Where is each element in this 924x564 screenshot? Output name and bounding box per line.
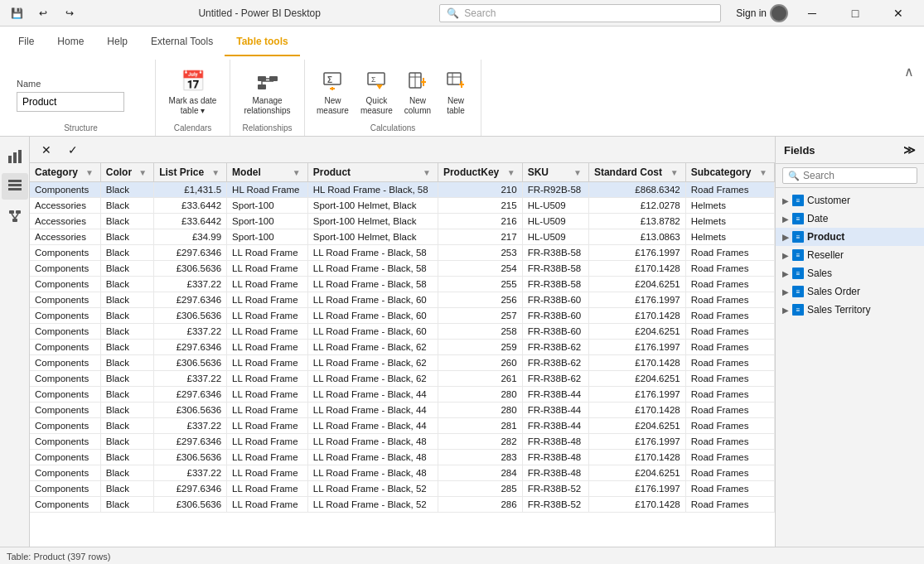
table-row[interactable]: AccessoriesBlack£33.6442Sport-100Sport-1… xyxy=(30,214,775,229)
field-item-sales_order[interactable]: ▶ ≡ Sales Order xyxy=(776,282,924,301)
field-item-customer[interactable]: ▶ ≡ Customer xyxy=(776,191,924,210)
cell-color: Black xyxy=(100,481,153,497)
tab-table-tools[interactable]: Table tools xyxy=(225,28,299,56)
confirm-button[interactable]: ✓ xyxy=(63,140,83,160)
tab-home[interactable]: Home xyxy=(46,28,95,56)
col-sku[interactable]: SKU▼ xyxy=(522,163,588,182)
svg-rect-29 xyxy=(8,188,22,190)
new-table-button[interactable]: Newtable xyxy=(438,65,474,119)
cancel-button[interactable]: ✕ xyxy=(36,140,56,160)
close-button[interactable]: ✕ xyxy=(879,0,917,27)
cell-model: LL Road Frame xyxy=(227,261,308,277)
table-row[interactable]: ComponentsBlack£1,431.5HL Road FrameHL R… xyxy=(30,182,775,198)
table-row[interactable]: ComponentsBlack£306.5636LL Road FrameLL … xyxy=(30,403,775,418)
cell-list_price: £337.22 xyxy=(154,465,227,481)
table-row[interactable]: ComponentsBlack£337.22LL Road FrameLL Ro… xyxy=(30,324,775,340)
redo-icon[interactable]: ↪ xyxy=(60,3,80,23)
cell-standard_cost: £176.1997 xyxy=(588,292,685,308)
data-view-icon[interactable] xyxy=(2,173,28,200)
cell-model: LL Road Frame xyxy=(227,403,308,418)
undo-icon[interactable]: ↩ xyxy=(33,3,53,23)
maximize-button[interactable]: □ xyxy=(836,0,874,27)
field-item-product[interactable]: ▶ ≡ Product xyxy=(776,228,924,246)
relationships-content: Managerelationships xyxy=(239,60,295,123)
svg-rect-11 xyxy=(368,73,385,84)
table-row[interactable]: ComponentsBlack£297.6346LL Road FrameLL … xyxy=(30,481,775,497)
table-row[interactable]: ComponentsBlack£337.22LL Road FrameLL Ro… xyxy=(30,371,775,387)
search-placeholder: Search xyxy=(464,7,496,19)
user-avatar[interactable] xyxy=(770,4,788,22)
field-chevron-sales_order: ▶ xyxy=(782,287,789,296)
cell-color: Black xyxy=(100,340,153,355)
field-item-sales[interactable]: ▶ ≡ Sales xyxy=(776,264,924,282)
col-color[interactable]: Color▼ xyxy=(100,163,153,182)
table-row[interactable]: ComponentsBlack£297.6346LL Road FrameLL … xyxy=(30,292,775,308)
cell-subcategory: Helmets xyxy=(685,198,774,214)
calculations-content: Σ Newmeasure Σ Q xyxy=(312,60,474,123)
cell-sku: FR-R38B-52 xyxy=(522,497,588,513)
main-area: ✕ ✓ Category▼ Color▼ List Price▼ Model▼ … xyxy=(0,137,924,547)
cell-color: Black xyxy=(100,245,153,261)
table-row[interactable]: ComponentsBlack£297.6346LL Road FrameLL … xyxy=(30,434,775,450)
tab-help[interactable]: Help xyxy=(95,28,139,56)
cell-color: Black xyxy=(100,418,153,434)
global-search[interactable]: 🔍 Search xyxy=(439,4,721,22)
col-category[interactable]: Category▼ xyxy=(30,163,100,182)
cell-model: LL Road Frame xyxy=(227,434,308,450)
cell-product: LL Road Frame - Black, 62 xyxy=(307,340,438,355)
title-bar-left: 💾 ↩ ↪ xyxy=(7,3,80,23)
minimize-button[interactable]: ─ xyxy=(793,0,831,27)
field-item-date[interactable]: ▶ ≡ Date xyxy=(776,210,924,228)
field-item-reseller[interactable]: ▶ ≡ Reseller xyxy=(776,246,924,264)
mark-as-date-button[interactable]: 📅 Mark as datetable ▾ xyxy=(164,65,222,119)
app-title: Untitled - Power BI Desktop xyxy=(198,7,320,19)
field-chevron-sales: ▶ xyxy=(782,269,789,278)
title-bar: 💾 ↩ ↪ Untitled - Power BI Desktop 🔍 Sear… xyxy=(0,0,924,27)
col-productkey[interactable]: ProductKey▼ xyxy=(438,163,522,182)
col-list-price[interactable]: List Price▼ xyxy=(154,163,227,182)
table-row[interactable]: ComponentsBlack£337.22LL Road FrameLL Ro… xyxy=(30,277,775,292)
cell-product_key: 258 xyxy=(438,324,522,340)
save-icon[interactable]: 💾 xyxy=(7,3,27,23)
cell-category: Components xyxy=(30,355,100,371)
tab-external-tools[interactable]: External Tools xyxy=(139,28,225,56)
manage-relationships-button[interactable]: Managerelationships xyxy=(239,65,295,119)
fields-search-input[interactable] xyxy=(803,170,912,181)
col-standard-cost[interactable]: Standard Cost▼ xyxy=(588,163,685,182)
table-container[interactable]: Category▼ Color▼ List Price▼ Model▼ Prod… xyxy=(30,163,775,547)
svg-rect-28 xyxy=(8,184,22,186)
col-product[interactable]: Product▼ xyxy=(307,163,438,182)
search-icon: 🔍 xyxy=(447,7,459,19)
table-row[interactable]: ComponentsBlack£306.5636LL Road FrameLL … xyxy=(30,450,775,465)
new-column-button[interactable]: Newcolumn xyxy=(399,65,436,119)
table-row[interactable]: ComponentsBlack£297.6346LL Road FrameLL … xyxy=(30,245,775,261)
table-row[interactable]: ComponentsBlack£297.6346LL Road FrameLL … xyxy=(30,387,775,403)
table-row[interactable]: AccessoriesBlack£34.99Sport-100Sport-100… xyxy=(30,229,775,245)
table-row[interactable]: ComponentsBlack£306.5636LL Road FrameLL … xyxy=(30,261,775,277)
table-row[interactable]: ComponentsBlack£337.22LL Road FrameLL Ro… xyxy=(30,418,775,434)
col-subcategory[interactable]: Subcategory▼ xyxy=(685,163,774,182)
field-chevron-customer: ▶ xyxy=(782,196,789,205)
table-row[interactable]: AccessoriesBlack£33.6442Sport-100Sport-1… xyxy=(30,198,775,214)
table-row[interactable]: ComponentsBlack£306.5636LL Road FrameLL … xyxy=(30,497,775,513)
name-input[interactable] xyxy=(17,92,124,112)
quick-measure-icon: Σ xyxy=(365,68,388,94)
quick-measure-button[interactable]: Σ Quickmeasure xyxy=(356,65,398,119)
ribbon-collapse-button[interactable]: ∧ xyxy=(901,63,917,80)
cell-standard_cost: £176.1997 xyxy=(588,245,685,261)
report-view-icon[interactable] xyxy=(2,143,28,170)
model-view-icon[interactable] xyxy=(2,203,28,229)
fields-expand-icon[interactable]: ≫ xyxy=(903,143,916,157)
relationships-icon xyxy=(256,68,279,94)
field-item-sales_territory[interactable]: ▶ ≡ Sales Territory xyxy=(776,301,924,319)
col-model[interactable]: Model▼ xyxy=(227,163,308,182)
table-row[interactable]: ComponentsBlack£306.5636LL Road FrameLL … xyxy=(30,308,775,324)
cell-sku: FR-R38B-62 xyxy=(522,371,588,387)
table-row[interactable]: ComponentsBlack£297.6346LL Road FrameLL … xyxy=(30,340,775,355)
tab-file[interactable]: File xyxy=(7,28,46,56)
cell-sku: FR-R38B-60 xyxy=(522,324,588,340)
cell-subcategory: Road Frames xyxy=(685,450,774,465)
table-row[interactable]: ComponentsBlack£337.22LL Road FrameLL Ro… xyxy=(30,465,775,481)
table-row[interactable]: ComponentsBlack£306.5636LL Road FrameLL … xyxy=(30,355,775,371)
new-measure-button[interactable]: Σ Newmeasure xyxy=(312,65,354,119)
